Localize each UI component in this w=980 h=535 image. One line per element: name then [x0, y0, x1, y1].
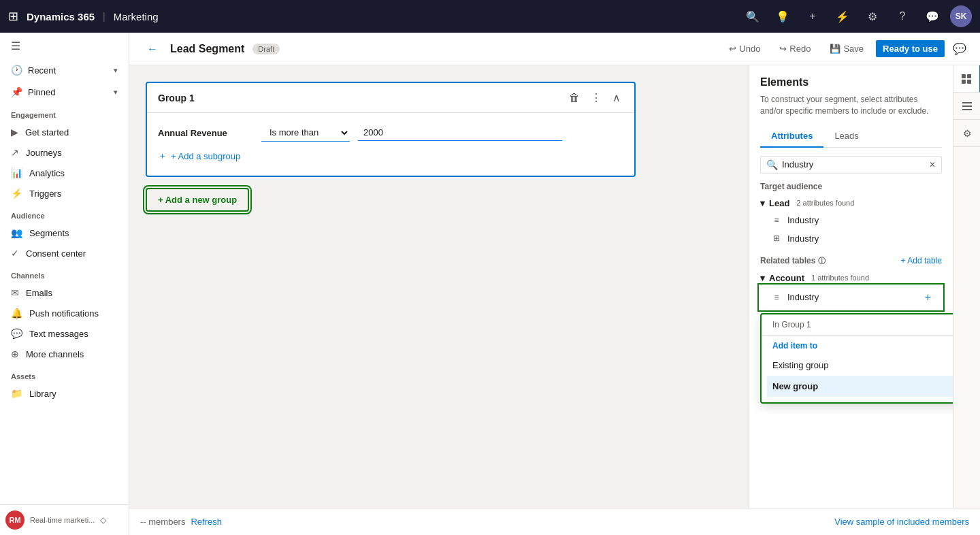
condition-value-input[interactable] — [358, 125, 562, 141]
sidebar-item-library[interactable]: 📁 Library — [0, 383, 129, 404]
right-panel-wrapper: Elements To construct your segment, sele… — [749, 65, 980, 508]
add-subgroup-button[interactable]: ＋ + Add a subgroup — [158, 147, 240, 165]
attribute-label: Industry — [787, 233, 819, 244]
panel-icon-tab-list[interactable] — [953, 93, 980, 120]
lightbulb-icon[interactable]: 💡 — [770, 4, 795, 29]
search-box: 🔍 ✕ — [760, 156, 942, 174]
chat-icon[interactable]: 💬 — [920, 4, 945, 29]
refresh-button[interactable]: Refresh — [191, 517, 222, 527]
sidebar-item-analytics[interactable]: 📊 Analytics — [0, 163, 129, 183]
sidebar-item-label: Emails — [26, 288, 52, 298]
attribute-label: Industry — [787, 292, 819, 302]
right-panel-main: Elements To construct your segment, sele… — [749, 65, 953, 508]
new-group-option[interactable]: New group › — [767, 376, 953, 397]
undo-icon: ↩ — [729, 44, 736, 54]
apps-icon[interactable]: ⊞ — [8, 9, 18, 24]
ready-to-use-button[interactable]: Ready to use — [876, 40, 945, 57]
condition-row: Annual Revenue Is more than — [158, 124, 623, 142]
sidebar-footer[interactable]: RM Real-time marketi... ◇ — [0, 504, 129, 535]
sidebar-item-get-started[interactable]: ▶ Get started — [0, 122, 129, 142]
svg-rect-4 — [962, 102, 972, 103]
redo-button[interactable]: ↪ Redo — [772, 40, 817, 57]
sidebar-pinned[interactable]: 📌 Pinned ▾ — [0, 81, 129, 103]
attribute-label: Industry — [787, 215, 819, 225]
panel-icon-tab-elements[interactable] — [953, 65, 980, 93]
plus-icon[interactable]: + — [800, 4, 825, 29]
undo-button[interactable]: ↩ Undo — [722, 40, 767, 57]
help-icon[interactable]: ? — [890, 4, 915, 29]
sidebar-item-consent[interactable]: ✓ Consent center — [0, 243, 129, 263]
sidebar-item-push-notifications[interactable]: 🔔 Push notifications — [0, 303, 129, 323]
condition-operator-select[interactable]: Is more than — [261, 124, 350, 142]
existing-group-option[interactable]: Existing group › — [772, 355, 953, 376]
sidebar-item-segments[interactable]: 👥 Segments — [0, 223, 129, 243]
consent-icon: ✓ — [11, 248, 19, 259]
sidebar-item-text-messages[interactable]: 💬 Text messages — [0, 323, 129, 344]
module-name: Marketing — [114, 11, 159, 22]
list-icon: ≡ — [771, 215, 782, 225]
save-icon: 💾 — [830, 44, 840, 54]
sidebar-recent[interactable]: 🕐 Recent ▾ — [0, 59, 129, 81]
clear-search-icon[interactable]: ✕ — [929, 160, 936, 169]
related-tables-label: Related tables — [760, 256, 815, 265]
svg-rect-0 — [962, 74, 966, 78]
tab-leads[interactable]: Leads — [823, 125, 869, 148]
more-options-icon[interactable]: ⋮ — [588, 90, 604, 106]
view-sample-link[interactable]: View sample of included members — [834, 517, 969, 527]
tab-attributes[interactable]: Attributes — [760, 125, 823, 148]
chevron-down-icon: ▾ — [760, 273, 765, 283]
brand-name: Dynamics 365 — [27, 11, 95, 22]
delete-icon[interactable]: 🗑 — [566, 91, 583, 106]
sidebar-item-journeys[interactable]: ↗ Journeys — [0, 142, 129, 163]
sidebar-item-label: Segments — [29, 228, 69, 238]
add-table-button[interactable]: + Add table — [901, 256, 942, 265]
account-entity-header[interactable]: ▾ Account 1 attributes found — [760, 270, 942, 286]
attribute-item-account-industry[interactable]: ≡ Industry + — [760, 286, 942, 309]
collapse-icon[interactable]: ∧ — [610, 90, 623, 106]
panel-icon-tab-filter[interactable]: ⚙ — [953, 120, 980, 147]
account-industry-section: ≡ Industry + In Group 1 — [760, 286, 942, 309]
sidebar-recent-label: Recent — [28, 65, 56, 76]
attribute-item-industry-1[interactable]: ≡ Industry — [760, 211, 942, 229]
filter-icon[interactable]: ⚡ — [830, 4, 855, 29]
filter-icon-2: ⚙ — [963, 128, 972, 139]
right-panel-body: Elements To construct your segment, sele… — [749, 65, 953, 508]
list-view-icon — [962, 101, 973, 112]
add-new-group-button[interactable]: + Add a new group — [146, 188, 249, 212]
segment-canvas: Group 1 🗑 ⋮ ∧ Annual Revenue Is more tha… — [129, 65, 749, 508]
sidebar-item-label: Triggers — [29, 189, 61, 199]
group-header: Group 1 🗑 ⋮ ∧ — [147, 83, 634, 113]
sidebar-item-label: Push notifications — [29, 308, 99, 319]
assets-group-label: Assets — [0, 364, 129, 383]
search-input[interactable] — [782, 159, 925, 169]
group-title: Group 1 — [158, 93, 195, 103]
sidebar-item-label: More channels — [26, 349, 84, 359]
add-icon[interactable]: + — [925, 291, 931, 304]
status-badge: Draft — [252, 44, 280, 54]
members-count: -- members — [140, 517, 185, 527]
search-icon[interactable]: 🔍 — [740, 4, 765, 29]
audience-group-label: Audience — [0, 204, 129, 223]
sidebar-item-emails[interactable]: ✉ Emails — [0, 282, 129, 303]
back-button[interactable]: ← — [140, 39, 165, 59]
svg-rect-2 — [962, 80, 966, 84]
right-panel-icon-tabs: ⚙ — [953, 65, 980, 508]
segments-icon: 👥 — [11, 227, 22, 238]
triggers-icon: ⚡ — [11, 188, 22, 199]
attribute-item-industry-2[interactable]: ⊞ Industry — [760, 229, 942, 248]
save-button[interactable]: 💾 Save — [823, 40, 870, 57]
lead-entity-header[interactable]: ▾ Lead 2 attributes found — [760, 195, 942, 211]
chat-panel-icon[interactable]: 💬 — [950, 39, 969, 58]
settings-icon[interactable]: ⚙ — [860, 4, 885, 29]
channels-group-label: Channels — [0, 263, 129, 282]
sidebar-item-label: Consent center — [26, 248, 86, 259]
chevron-down-icon: ▾ — [760, 198, 765, 208]
account-count: 1 attributes found — [811, 274, 869, 282]
footer-avatar: RM — [5, 510, 24, 530]
hamburger-icon[interactable]: ☰ — [0, 33, 129, 59]
sidebar-item-triggers[interactable]: ⚡ Triggers — [0, 183, 129, 204]
sidebar-item-more-channels[interactable]: ⊕ More channels — [0, 344, 129, 364]
related-tables-header: Related tables ⓘ + Add table — [760, 256, 942, 266]
user-avatar[interactable]: SK — [950, 5, 972, 27]
svg-rect-5 — [962, 106, 972, 107]
